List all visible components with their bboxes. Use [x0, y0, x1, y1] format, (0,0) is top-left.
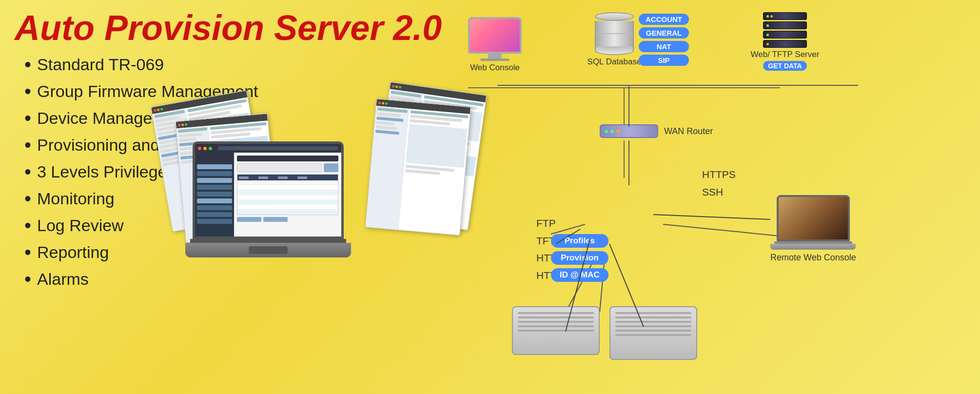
voip-device-left: [512, 306, 600, 355]
screenshot-right-mid: [365, 98, 471, 236]
db-tags: ACCOUNT GENERAL NAT SIP: [639, 14, 689, 66]
db-tag-sip: SIP: [639, 55, 689, 66]
feature-item-1: Standard TR-069: [24, 54, 258, 76]
db-tag-general: GENERAL: [639, 27, 689, 39]
svg-line-21: [653, 215, 770, 219]
badge-provision: Provision: [551, 251, 608, 265]
remote-web-console: Remote Web Console: [770, 195, 856, 263]
wan-router-label: WAN Router: [664, 126, 713, 137]
main-laptop: [185, 141, 351, 257]
tftp-server: Web/ TFTP Server GET DATA: [746, 12, 824, 71]
voip-device-right: [609, 306, 697, 360]
device-badges: Profiles Provision ID @ MAC: [551, 234, 608, 282]
db-tag-account: ACCOUNT: [639, 14, 689, 25]
web-console-label: Web Console: [468, 63, 522, 73]
remote-console-label: Remote Web Console: [770, 252, 856, 263]
protocols-https-ssh: HTTPS SSH: [702, 166, 736, 200]
protocol-ssh: SSH: [702, 183, 736, 201]
page-title: Auto Provision Server 2.0: [15, 9, 442, 47]
wan-router: WAN Router: [600, 124, 713, 138]
web-console: Web Console: [468, 17, 522, 73]
badge-id-mac: ID @ MAC: [551, 268, 608, 282]
feature-item-9: Alarms: [24, 268, 258, 290]
badge-profiles: Profiles: [551, 234, 608, 248]
get-data-badge: GET DATA: [763, 61, 806, 71]
db-tag-nat: NAT: [639, 41, 689, 52]
protocol-ftp: FTP: [536, 215, 570, 232]
tftp-server-label: Web/ TFTP Server: [746, 50, 824, 59]
protocol-https: HTTPS: [702, 166, 736, 183]
